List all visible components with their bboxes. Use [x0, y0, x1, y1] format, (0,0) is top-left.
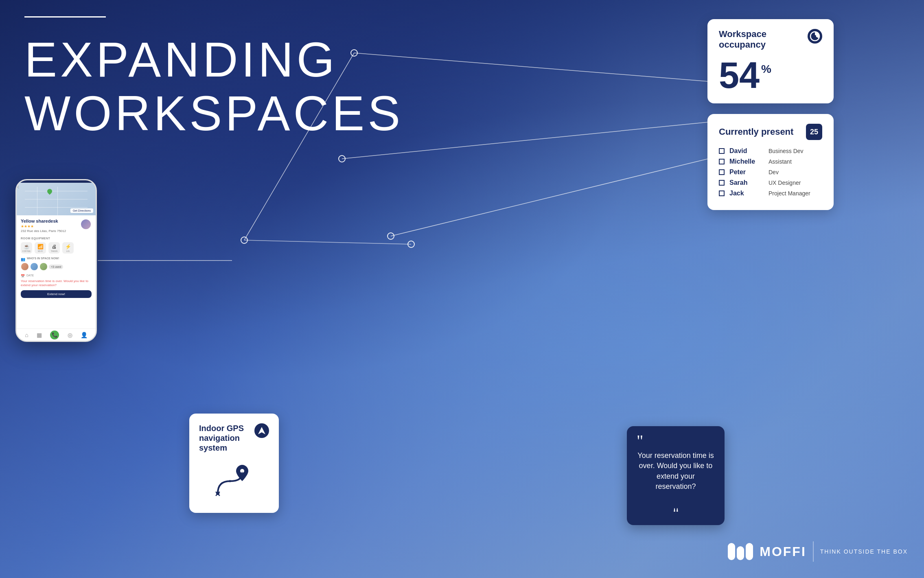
person-role: Business Dev [769, 148, 822, 154]
amenity-label: TAKEN [51, 250, 57, 252]
checkbox-michelle [719, 159, 725, 164]
list-item: Michelle Assistant [719, 158, 822, 165]
extend-now-button[interactable]: Extend now! [21, 290, 92, 298]
phone-nav-home[interactable]: ⌂ [25, 332, 28, 338]
navigation-icon [254, 423, 269, 438]
person-name: Michelle [729, 158, 766, 165]
list-item: David Business Dev [719, 147, 822, 155]
avatar-2 [30, 263, 38, 271]
occupancy-unit: % [761, 63, 771, 75]
phone-avatars: +3 used [21, 263, 92, 271]
svg-point-12 [814, 35, 816, 37]
amenity-power: ⚡ LIG [62, 242, 74, 254]
phone-mockup: Get Directions Yellow sharedesk ★★★★ 232… [15, 179, 97, 342]
headline-line2: WORKSPACES [24, 86, 403, 140]
phone-user-avatar [80, 219, 92, 230]
amenity-label: COFFEE [22, 250, 31, 252]
list-item: Peter Dev [719, 169, 822, 176]
svg-line-2 [354, 53, 708, 81]
headline-line1: EXPANDING [24, 33, 403, 86]
moffi-brand-name: MOFFI [760, 544, 806, 559]
svg-point-17 [229, 480, 231, 482]
phone-equipment-section: ROOM EQUIPMENT [21, 237, 92, 240]
occupancy-value: 54 [719, 57, 760, 94]
phone-venue-name: Yellow sharedesk [21, 219, 66, 223]
person-list: David Business Dev Michelle Assistant Pe… [719, 147, 822, 197]
logo-area: MOFFI THINK OUTSIDE THE BOX [728, 541, 908, 562]
person-name: Sarah [729, 179, 766, 186]
quote-bottom-icon: " [673, 498, 679, 515]
avatar-3 [39, 263, 48, 271]
person-role: Assistant [769, 158, 822, 165]
svg-line-10 [244, 240, 411, 244]
phone-reservation-text: Your reservation time is over. Would you… [21, 279, 92, 288]
phone-screen: Get Directions Yellow sharedesk ★★★★ 232… [17, 180, 96, 341]
phone-nav-profile[interactable]: 👤 [81, 332, 88, 338]
amenity-printer: 🖨 TAKEN [48, 242, 60, 254]
present-count: 25 [810, 128, 818, 136]
checkbox-jack [719, 190, 725, 196]
card-reservation: " Your reservation time is over. Would y… [627, 426, 725, 525]
pie-chart-icon [808, 29, 822, 44]
phone-map-area: Get Directions [17, 183, 96, 215]
card-currently-present: Currently present 25 David Business Dev … [707, 114, 834, 210]
phone-whoin-section: WHO'S IN SPACE NOW! [27, 257, 59, 260]
top-decorative-line [24, 16, 106, 18]
logo-shape-3 [746, 543, 753, 560]
person-role: Project Manager [769, 190, 822, 197]
moffi-logo-mark [728, 543, 753, 560]
phone-stars: ★★★★ [21, 224, 66, 228]
logo-shape-1 [728, 543, 735, 560]
quote-top-icon: " [637, 436, 715, 446]
present-count-badge: 25 [806, 124, 822, 140]
phone-address: 232 Rue des Lilas, Paris 75012 [21, 229, 66, 233]
svg-point-18 [241, 472, 243, 474]
phone-content: Yellow sharedesk ★★★★ 232 Rue des Lilas,… [17, 215, 96, 328]
logo-shape-2 [737, 546, 744, 560]
occupancy-title: Workspace occupancy [719, 29, 808, 50]
svg-point-16 [216, 492, 219, 495]
phone-nav-phone[interactable]: 📞 [50, 331, 59, 339]
person-role: Dev [769, 169, 822, 175]
svg-line-9 [391, 159, 708, 236]
amenity-coffee: ☕ COFFEE [21, 242, 32, 254]
person-name: David [729, 147, 766, 155]
gps-illustration: ✕ [199, 461, 269, 501]
headline-block: EXPANDING WORKSPACES [24, 33, 403, 140]
avatar-1 [21, 263, 29, 271]
present-title: Currently present [719, 127, 793, 137]
person-role: UX Designer [769, 180, 822, 186]
phone-amenities: ☕ COFFEE 📶 WI-FI 🖨 TAKEN ⚡ LIG [21, 242, 92, 254]
gps-title: Indoor GPS navigation system [199, 423, 254, 453]
phone-nav-search[interactable]: ▦ [37, 332, 42, 338]
person-name: Jack [729, 190, 766, 197]
checkbox-sarah [719, 180, 725, 186]
svg-marker-13 [258, 427, 265, 434]
list-item: Sarah UX Designer [719, 179, 822, 186]
amenity-label: WI-FI [38, 250, 43, 252]
checkbox-peter [719, 169, 725, 175]
amenity-wifi: 📶 WI-FI [35, 242, 46, 254]
checkbox-david [719, 148, 725, 154]
get-directions-label: Get Directions [70, 208, 93, 213]
phone-date-label: DATE [26, 274, 34, 277]
card-workspace-occupancy: Workspace occupancy 54 % [707, 19, 834, 103]
logo-divider [813, 541, 814, 562]
phone-nav-settings[interactable]: ◎ [68, 332, 72, 338]
logo-tagline: THINK OUTSIDE THE BOX [820, 548, 908, 555]
person-name: Peter [729, 169, 766, 176]
list-item: Jack Project Manager [719, 190, 822, 197]
phone-avatar-count: +3 used [49, 265, 63, 269]
amenity-label: LIG [66, 250, 70, 252]
card-indoor-gps: Indoor GPS navigation system ✕ [189, 414, 279, 513]
phone-bottom-nav: ⌂ ▦ 📞 ◎ 👤 [17, 328, 96, 341]
phone-back-button[interactable]: ‹ [17, 183, 19, 190]
reservation-text: Your reservation time is over. Would you… [637, 451, 715, 492]
